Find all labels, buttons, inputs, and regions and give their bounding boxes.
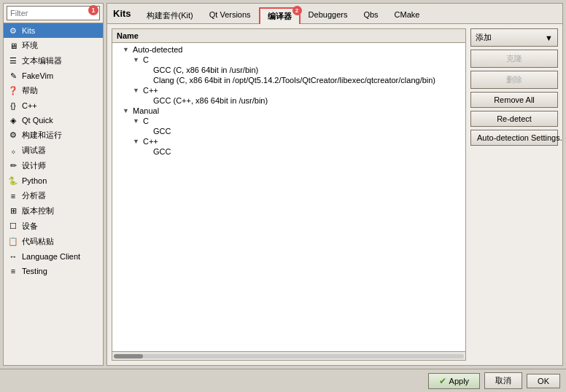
- version-control-icon: ⊞: [8, 206, 18, 216]
- tab-cmake[interactable]: CMake: [387, 7, 428, 24]
- tree-scrollbar[interactable]: [112, 351, 465, 360]
- buttons-panel: 添加 ▼ 克隆 删除 Remove All Re-detect Auto-det…: [470, 28, 558, 361]
- tab-bar: 构建套件(Kit) Qt Versions 编译器 2 Debuggers Qb…: [139, 7, 428, 23]
- apply-button[interactable]: ✔ Apply: [428, 373, 481, 389]
- tree-node-gcc-cpp[interactable]: GCC (C++, x86 64bit in /usr/bin): [112, 95, 465, 106]
- content-panel: Kits 构建套件(Kit) Qt Versions 编译器 2 Debugge…: [106, 3, 563, 366]
- page-title: Kits: [113, 8, 131, 22]
- tree-node-clang-c[interactable]: Clang (C, x86 64bit in /opt/Qt5.14.2/Too…: [112, 75, 465, 85]
- tree-header: Name: [112, 29, 465, 43]
- sidebar-item-designer[interactable]: ✏ 设计师: [4, 158, 103, 173]
- tree-node-auto-cpp[interactable]: ▼ C++: [112, 85, 465, 95]
- apply-label: Apply: [449, 377, 470, 385]
- python-icon: 🐍: [8, 176, 18, 186]
- sidebar-item-cpp-label: C++: [22, 101, 37, 110]
- ok-label: OK: [538, 377, 549, 385]
- sidebar-item-testing-label: Testing: [22, 267, 47, 275]
- sidebar-item-text-editor[interactable]: ☰ 文本编辑器: [4, 53, 103, 68]
- tab-qt-versions[interactable]: Qt Versions: [201, 7, 259, 24]
- sidebar-item-analyzer-label: 分析器: [22, 190, 46, 201]
- cancel-label: 取消: [495, 375, 511, 386]
- sidebar-item-designer-label: 设计师: [22, 160, 46, 171]
- tab-debuggers[interactable]: Debuggers: [301, 7, 356, 24]
- sidebar-item-version-control[interactable]: ⊞ 版本控制: [4, 203, 103, 219]
- remove-all-button[interactable]: Remove All: [470, 92, 558, 108]
- add-dropdown-arrow: ▼: [545, 34, 553, 42]
- scrollbar-track: [114, 354, 464, 358]
- cpp-icon: {}: [8, 101, 18, 111]
- filter-badge: 1: [88, 5, 98, 15]
- sidebar-item-fakevim[interactable]: ✎ FakeVim: [4, 68, 103, 83]
- env-icon: 🖥: [8, 41, 18, 51]
- fakevim-icon: ✎: [8, 71, 18, 81]
- tree-node-auto-c[interactable]: ▼ C: [112, 55, 465, 65]
- tree-node-manual-c[interactable]: ▼ C: [112, 116, 465, 126]
- sidebar-item-qt-quick[interactable]: ◈ Qt Quick: [4, 113, 103, 128]
- sidebar-item-version-control-label: 版本控制: [22, 205, 54, 216]
- clone-button[interactable]: 克隆: [470, 50, 558, 68]
- designer-icon: ✏: [8, 161, 18, 171]
- sidebar-item-devices-label: 设备: [22, 221, 38, 232]
- analyzer-icon: ≡: [8, 191, 18, 201]
- auto-detect-settings-button[interactable]: Auto-detection Settings...: [470, 130, 558, 146]
- sidebar-item-kits-label: Kits: [22, 26, 35, 35]
- delete-button[interactable]: 删除: [470, 71, 558, 89]
- filter-input[interactable]: [7, 6, 100, 20]
- sidebar-item-language-client-label: Language Client: [22, 252, 80, 261]
- sidebar-filter-container: 1: [4, 4, 103, 23]
- sidebar-item-fakevim-label: FakeVim: [22, 71, 53, 80]
- testing-icon: ≡: [8, 266, 18, 276]
- ok-button[interactable]: OK: [527, 374, 560, 388]
- sidebar-item-text-editor-label: 文本编辑器: [22, 55, 62, 66]
- sidebar-item-build-run[interactable]: ⚙ 构建和运行: [4, 128, 103, 143]
- tree-node-manual-c-gcc[interactable]: GCC: [112, 126, 465, 136]
- qt-quick-icon: ◈: [8, 115, 18, 125]
- main-container: 1 ⚙ Kits 🖥 环境 ☰ 文本编辑器 ✎ FakeVim ❓ 帮助: [0, 0, 566, 369]
- devices-icon: ☐: [8, 222, 18, 232]
- sidebar-item-qt-quick-label: Qt Quick: [22, 116, 53, 125]
- help-icon: ❓: [8, 86, 18, 96]
- tab-compiler[interactable]: 编译器 2: [259, 7, 301, 24]
- sidebar-item-env-label: 环境: [22, 40, 38, 51]
- tree-node-auto-detected[interactable]: ▼ Auto-detected: [112, 44, 465, 55]
- tree-panel: Name ▼ Auto-detected ▼ C: [112, 28, 466, 361]
- sidebar-item-code-paste-label: 代码粘贴: [22, 236, 54, 247]
- language-client-icon: ↔: [8, 251, 18, 262]
- sidebar-item-language-client[interactable]: ↔ Language Client: [4, 249, 103, 264]
- tree-node-manual-cpp[interactable]: ▼ C++: [112, 136, 465, 146]
- apply-check-icon: ✔: [439, 376, 446, 386]
- sidebar-item-python[interactable]: 🐍 Python: [4, 173, 103, 188]
- sidebar-item-cpp[interactable]: {} C++: [4, 98, 103, 113]
- sidebar-item-help-label: 帮助: [22, 85, 38, 96]
- cancel-button[interactable]: 取消: [484, 372, 522, 389]
- sidebar-item-analyzer[interactable]: ≡ 分析器: [4, 188, 103, 203]
- sidebar-item-env[interactable]: 🖥 环境: [4, 38, 103, 53]
- debugger-icon: ⬦: [8, 146, 18, 156]
- tree-node-manual[interactable]: ▼ Manual: [112, 106, 465, 116]
- sidebar-item-python-label: Python: [22, 176, 47, 185]
- scrollbar-thumb: [114, 354, 143, 358]
- sidebar: 1 ⚙ Kits 🖥 环境 ☰ 文本编辑器 ✎ FakeVim ❓ 帮助: [3, 3, 104, 366]
- bottom-bar: ✔ Apply 取消 OK: [0, 369, 566, 392]
- tab-kits[interactable]: 构建套件(Kit): [139, 7, 201, 24]
- sidebar-item-kits[interactable]: ⚙ Kits: [4, 23, 103, 38]
- kits-icon: ⚙: [8, 26, 18, 36]
- sidebar-item-help[interactable]: ❓ 帮助: [4, 83, 103, 98]
- content-body: Name ▼ Auto-detected ▼ C: [107, 24, 562, 365]
- tree-node-manual-cpp-gcc[interactable]: GCC: [112, 146, 465, 157]
- sidebar-items-list: ⚙ Kits 🖥 环境 ☰ 文本编辑器 ✎ FakeVim ❓ 帮助 {}: [4, 23, 103, 365]
- sidebar-item-debugger-label: 调试器: [22, 145, 46, 156]
- add-button[interactable]: 添加 ▼: [470, 28, 558, 47]
- build-run-icon: ⚙: [8, 130, 18, 141]
- sidebar-item-build-run-label: 构建和运行: [22, 130, 62, 141]
- text-editor-icon: ☰: [8, 56, 18, 66]
- sidebar-item-code-paste[interactable]: 📋 代码粘贴: [4, 234, 103, 249]
- sidebar-item-debugger[interactable]: ⬦ 调试器: [4, 143, 103, 158]
- tree-node-gcc-c[interactable]: GCC (C, x86 64bit in /usr/bin): [112, 65, 465, 75]
- tree-content[interactable]: ▼ Auto-detected ▼ C: [112, 43, 465, 351]
- sidebar-item-devices[interactable]: ☐ 设备: [4, 219, 103, 234]
- code-paste-icon: 📋: [8, 237, 18, 247]
- tab-qbs[interactable]: Qbs: [355, 7, 386, 24]
- re-detect-button[interactable]: Re-detect: [470, 111, 558, 127]
- sidebar-item-testing[interactable]: ≡ Testing: [4, 264, 103, 278]
